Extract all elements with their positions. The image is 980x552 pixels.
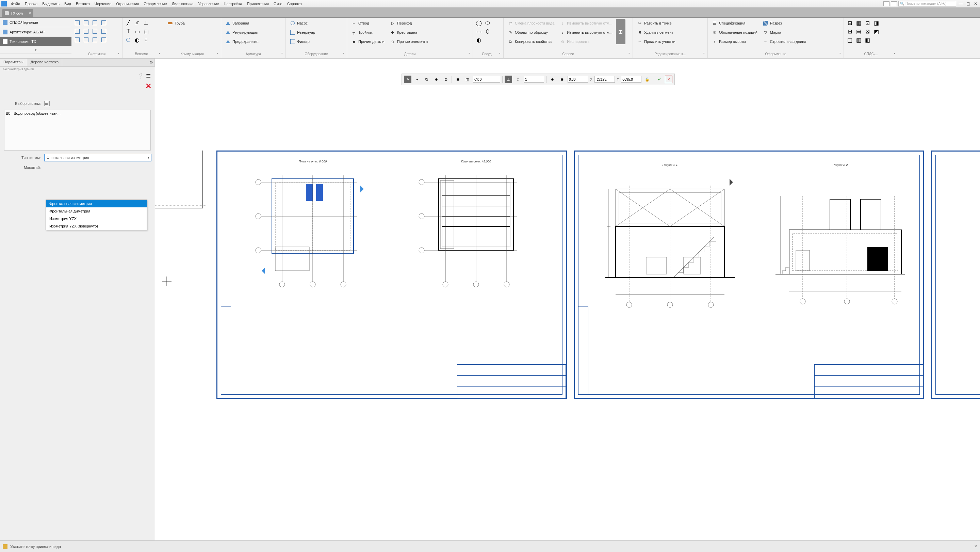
coord-x[interactable] — [595, 76, 615, 83]
group-label-edit[interactable]: Редактирование к... — [635, 52, 705, 57]
group-label-design[interactable]: Оформление — [710, 52, 842, 57]
cmd-predohr[interactable]: Предохраните... — [223, 37, 262, 46]
cmd-prochiee[interactable]: ◇Прочие элементы — [388, 37, 430, 46]
sys-icon-1[interactable] — [73, 19, 81, 27]
vb-zoomin-icon[interactable]: ⊕ — [558, 76, 566, 83]
sys-icon-3[interactable] — [73, 36, 81, 43]
sys-icon-11[interactable] — [100, 27, 108, 35]
layout-button-1[interactable] — [883, 2, 889, 6]
cmd-truba[interactable]: Труба — [165, 19, 187, 27]
spds-6[interactable]: ▥ — [855, 36, 862, 43]
sys-icon-12[interactable] — [100, 36, 108, 43]
panel-settings-icon[interactable]: ⚙ — [146, 59, 155, 66]
aux-icon-2[interactable]: T — [124, 27, 132, 35]
cmd-izmen2[interactable]: ↕Изменить высотную отм... — [558, 28, 614, 37]
drawing-canvas[interactable]: План на отм. 0.000 План на отм. +5.000 — [155, 59, 980, 541]
menu-manage[interactable]: Управление — [196, 1, 221, 6]
spds-4[interactable]: ▦ — [855, 19, 862, 27]
vb-cancel-icon[interactable]: ✕ — [665, 76, 672, 83]
cmd-zapornaya[interactable]: Запорная — [223, 19, 262, 27]
menu-insert[interactable]: Вставка — [74, 1, 92, 6]
vb-ortho-icon[interactable]: ⊥ — [504, 76, 512, 83]
vb-scale-icon[interactable]: ⟟ — [514, 76, 522, 83]
spds-1[interactable]: ⊞ — [846, 19, 853, 27]
dropdown-option-4[interactable]: Изометрия YZX (повернуто) — [46, 222, 147, 230]
cmd-krestov[interactable]: ✚Крестовина — [388, 28, 430, 37]
group-label-arm[interactable]: Арматура — [223, 52, 283, 57]
vb-lock-icon[interactable]: 🔒 — [643, 76, 651, 83]
menu-file[interactable]: Файл — [9, 1, 22, 6]
coord-y[interactable] — [621, 76, 641, 83]
context-tab-expand[interactable]: ▾ — [0, 46, 72, 54]
cmd-prodlit[interactable]: →Продлить участки — [635, 37, 678, 46]
aux-icon-6[interactable]: ◐ — [134, 36, 141, 43]
spds-10[interactable]: ◨ — [872, 19, 880, 27]
cmd-otvod[interactable]: ⌐Отвод — [349, 19, 387, 27]
layer-input[interactable] — [473, 76, 500, 83]
cmd-spec[interactable]: ☰Спецификация — [710, 19, 759, 27]
document-tab-close[interactable]: ✕ — [29, 11, 31, 14]
aux-icon-8[interactable]: ⬚ — [142, 27, 150, 35]
aux-icon-9[interactable]: ○ — [142, 36, 150, 43]
vb-layer-icon[interactable]: ◫ — [463, 76, 471, 83]
spds-5[interactable]: ▤ — [855, 27, 862, 35]
group-label-det[interactable]: Детали — [349, 52, 471, 57]
menu-drawing[interactable]: Черчение — [92, 1, 114, 6]
panel-help-icon[interactable]: ❔ — [137, 73, 143, 79]
panel-list-icon[interactable]: ☰ — [146, 73, 152, 79]
cmd-oboz[interactable]: ①Обозначение позиций — [710, 28, 759, 37]
menu-edit[interactable]: Правка — [23, 1, 40, 6]
vb-confirm-icon[interactable]: ✔ — [655, 76, 663, 83]
system-item[interactable]: В0 - Водопровод (общее назн... — [6, 112, 149, 115]
vb-link-icon[interactable]: ⊗ — [442, 76, 450, 83]
sys-icon-5[interactable] — [82, 27, 90, 35]
panel-tab-params[interactable]: Параметры — [0, 59, 27, 66]
cmd-razmer[interactable]: ↕Размер высоты — [710, 37, 759, 46]
vessel-3[interactable]: ◐ — [475, 36, 482, 43]
window-close[interactable]: ✕ — [972, 2, 978, 6]
vb-zoomout-icon[interactable]: ⊖ — [549, 76, 556, 83]
menu-diagnostics[interactable]: Диагностика — [170, 1, 196, 6]
context-tab-spds[interactable]: СПДС.Черчение — [0, 18, 72, 27]
scale-input[interactable] — [524, 76, 544, 83]
cmd-prochied[interactable]: ◆Прочие детали — [349, 37, 387, 46]
dropdown-option-1[interactable]: Фронтальная изометрия — [46, 200, 147, 207]
cmd-razbit[interactable]: ✂Разбить в точке — [635, 19, 678, 27]
sys-icon-7[interactable] — [91, 19, 99, 27]
vessel-2[interactable]: ▭ — [475, 27, 482, 35]
cmd-razrez[interactable]: Разрез — [761, 19, 808, 27]
context-tab-arch[interactable]: Архитектура: АС/АР — [0, 27, 72, 37]
aux-icon-1[interactable]: ╱ — [124, 19, 132, 27]
group-label-aux[interactable]: Вспомог... — [124, 52, 161, 57]
vb-grid-icon[interactable]: ⊞ — [454, 76, 461, 83]
group-label-equip[interactable]: Оборудование — [288, 52, 345, 57]
cmd-marka[interactable]: ▽Марка — [761, 28, 808, 37]
vybor-icon[interactable]: ☰ — [44, 101, 50, 106]
spds-3[interactable]: ◫ — [846, 36, 853, 43]
cmd-filtr[interactable]: Фильтр — [288, 37, 317, 46]
menu-format[interactable]: Оформление — [142, 1, 169, 6]
sys-icon-8[interactable] — [91, 27, 99, 35]
systems-list[interactable]: В0 - Водопровод (общее назн... — [4, 110, 151, 150]
zoom-input[interactable] — [568, 76, 588, 83]
scheme-type-select[interactable]: Фронтальная изометрия — [44, 154, 151, 161]
sys-icon-6[interactable] — [82, 36, 90, 43]
cmd-udalit[interactable]: ✖Удалить сегмент — [635, 28, 678, 37]
group-label-service[interactable]: Сервис — [506, 52, 630, 57]
vb-dropdown-1[interactable]: ▾ — [414, 76, 421, 83]
window-minimize[interactable]: — — [958, 2, 964, 6]
vb-copy-icon[interactable]: ⧉ — [423, 76, 430, 83]
cmd-rezerv[interactable]: Резервуар — [288, 28, 317, 37]
vessel-5[interactable]: ⬯ — [484, 27, 492, 35]
spds-2[interactable]: ⊟ — [846, 27, 853, 35]
group-label-vessel[interactable]: Сосуд... — [475, 52, 501, 57]
cmd-stroit[interactable]: ↔Строительная длина — [761, 37, 808, 46]
dropdown-option-3[interactable]: Изометрия YZX — [46, 215, 147, 222]
spds-11[interactable]: ◩ — [872, 27, 880, 35]
spds-8[interactable]: ⊠ — [864, 27, 871, 35]
sys-icon-10[interactable] — [100, 19, 108, 27]
menu-window[interactable]: Окно — [272, 1, 285, 6]
group-label-spds[interactable]: СПДС-... — [846, 52, 896, 57]
panel-close-icon[interactable]: ✕ — [145, 82, 151, 90]
cmd-nasos[interactable]: Насос — [288, 19, 317, 27]
